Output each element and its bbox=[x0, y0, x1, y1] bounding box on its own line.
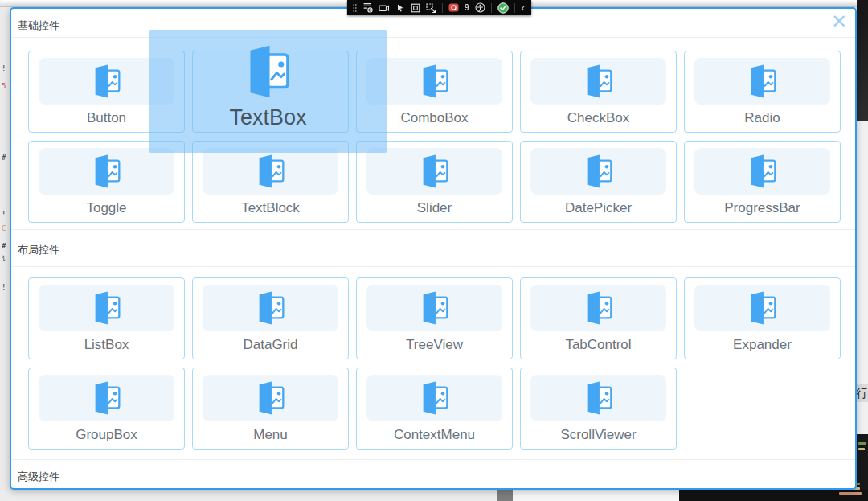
control-card-label: Expander bbox=[685, 337, 840, 353]
camera-icon[interactable] bbox=[379, 3, 390, 13]
control-card-toggle[interactable]: Toggle bbox=[28, 141, 185, 223]
background-code-fragment: # bbox=[2, 243, 6, 250]
control-preview-icon bbox=[203, 148, 338, 195]
control-preview-icon bbox=[39, 148, 174, 195]
control-preview-icon bbox=[366, 375, 502, 421]
desktop: !5#!C#讠! 行 bbox=[0, 0, 868, 501]
terminal-text-fragment bbox=[858, 442, 866, 445]
control-card-checkbox[interactable]: CheckBox bbox=[520, 51, 677, 133]
confirm-check-icon[interactable] bbox=[497, 2, 509, 14]
background-bottom-notch bbox=[497, 490, 513, 501]
control-card-label: ContextMenu bbox=[357, 427, 512, 443]
control-preview-icon bbox=[39, 375, 174, 421]
control-card-label: Slider bbox=[357, 200, 512, 216]
control-preview-icon bbox=[530, 58, 666, 105]
background-code-editor-left: !5#!C#讠! bbox=[0, 7, 10, 501]
region-capture-icon[interactable] bbox=[411, 3, 420, 13]
control-card-radio[interactable]: Radio bbox=[684, 51, 841, 133]
control-card-label: DataGrid bbox=[193, 337, 348, 353]
background-code-fragment: # bbox=[2, 154, 6, 162]
terminal-text-fragment bbox=[839, 492, 862, 495]
background-bottom-strip-mid bbox=[513, 490, 679, 501]
section-title-layout: 布局控件 bbox=[18, 243, 59, 257]
control-card-label: Radio bbox=[685, 110, 840, 126]
capture-toolbar: 9 ‹ bbox=[347, 0, 531, 15]
control-preview-icon bbox=[694, 148, 830, 195]
control-card-label: Menu bbox=[193, 427, 348, 443]
script-settings-icon[interactable] bbox=[362, 2, 373, 13]
background-bottom-strip-left bbox=[0, 490, 497, 501]
control-preview-icon bbox=[240, 43, 297, 104]
control-card-expander[interactable]: Expander bbox=[684, 277, 841, 359]
section-divider bbox=[11, 229, 855, 230]
section-divider bbox=[11, 266, 855, 267]
grip-handle[interactable] bbox=[353, 3, 357, 13]
control-card-datepicker[interactable]: DatePicker bbox=[520, 141, 677, 223]
control-preview-icon bbox=[366, 148, 502, 195]
control-preview-icon bbox=[366, 285, 502, 331]
control-card-tabcontrol[interactable]: TabControl bbox=[520, 277, 677, 359]
background-code-fragment: 5 bbox=[2, 83, 6, 90]
control-preview-icon bbox=[203, 285, 338, 331]
control-card-label: Toggle bbox=[29, 200, 184, 216]
record-count: 9 bbox=[465, 4, 469, 12]
control-palette-dialog: ✕ 基础控件 Button TextBox bbox=[10, 7, 857, 490]
control-card-label: ListBox bbox=[29, 337, 184, 353]
control-preview-icon bbox=[694, 285, 830, 331]
section-title-basic: 基础控件 bbox=[18, 18, 59, 33]
control-card-label: TabControl bbox=[521, 337, 676, 353]
control-card-datagrid[interactable]: DataGrid bbox=[192, 277, 349, 359]
control-card-treeview[interactable]: TreeView bbox=[356, 277, 513, 359]
layout-controls-grid: ListBox DataGrid TreeView bbox=[28, 277, 841, 450]
control-card-slider[interactable]: Slider bbox=[356, 141, 513, 223]
toolbar-separator bbox=[514, 3, 515, 13]
background-code-fragment: ! bbox=[2, 211, 6, 218]
background-code-fragment: 讠 bbox=[2, 256, 9, 263]
control-card-listbox[interactable]: ListBox bbox=[28, 277, 185, 359]
control-card-contextmenu[interactable]: ContextMenu bbox=[356, 368, 513, 450]
toolbar-separator bbox=[442, 3, 443, 13]
record-badge-icon[interactable] bbox=[448, 3, 459, 12]
control-card-label: CheckBox bbox=[521, 110, 676, 126]
control-card-label: TextBlock bbox=[193, 200, 348, 216]
control-card-label: DatePicker bbox=[521, 200, 676, 216]
terminal-text-fragment bbox=[858, 448, 865, 450]
control-card-progressbar[interactable]: ProgressBar bbox=[684, 141, 841, 223]
control-card-label: ScrollViewer bbox=[521, 427, 676, 443]
collapse-chevron[interactable]: ‹ bbox=[521, 2, 526, 13]
background-code-fragment: ! bbox=[2, 65, 6, 72]
control-card-label: ProgressBar bbox=[685, 200, 840, 216]
control-preview-icon bbox=[203, 375, 338, 421]
background-run-label-fragment: 行 bbox=[856, 384, 868, 402]
section-divider bbox=[11, 37, 855, 38]
close-icon[interactable]: ✕ bbox=[828, 10, 850, 33]
drag-capture-icon[interactable] bbox=[426, 3, 436, 13]
control-card-label: TreeView bbox=[357, 337, 512, 353]
control-card-textblock[interactable]: TextBlock bbox=[192, 141, 349, 223]
section-divider bbox=[11, 459, 855, 460]
control-preview-icon bbox=[39, 285, 174, 331]
control-preview-icon bbox=[530, 375, 666, 421]
control-card-label: GroupBox bbox=[29, 427, 184, 443]
section-title-advanced: 高级控件 bbox=[18, 470, 59, 484]
background-right-dark-top bbox=[857, 0, 868, 121]
control-card-groupbox[interactable]: GroupBox bbox=[28, 368, 185, 450]
control-preview-icon bbox=[530, 148, 666, 195]
control-preview-icon bbox=[694, 58, 830, 105]
control-preview-icon bbox=[530, 285, 666, 331]
drag-ghost-label: TextBox bbox=[229, 105, 306, 130]
background-code-fragment: C bbox=[2, 225, 6, 232]
control-card-scrollviewer[interactable]: ScrollViewer bbox=[520, 368, 677, 450]
cursor-select-icon[interactable] bbox=[395, 3, 405, 13]
control-card-menu[interactable]: Menu bbox=[192, 368, 349, 450]
toolbar-separator bbox=[491, 3, 492, 13]
background-code-fragment: ! bbox=[2, 284, 6, 291]
accessibility-icon[interactable] bbox=[475, 2, 485, 13]
drag-ghost-textbox[interactable]: TextBox bbox=[149, 30, 387, 153]
